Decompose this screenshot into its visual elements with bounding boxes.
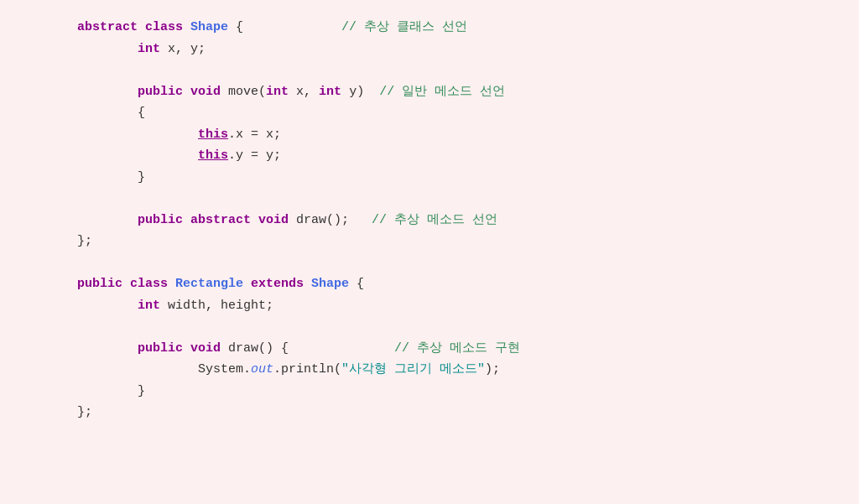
code-line bbox=[17, 316, 842, 338]
code-line: int x, y; bbox=[17, 39, 842, 60]
code-line: abstract class Shape { // 추상 클래스 선언 bbox=[17, 17, 842, 39]
code-line: System.out.println("사각형 그리기 메소드"); bbox=[17, 359, 842, 381]
code-line: this.x = x; bbox=[17, 124, 842, 146]
code-line bbox=[17, 252, 842, 274]
code-line: int width, height; bbox=[17, 295, 842, 317]
code-line: this.y = y; bbox=[17, 145, 842, 167]
code-line: public class Rectangle extends Shape { bbox=[17, 273, 842, 295]
code-line: public abstract void draw(); // 추상 메소드 선… bbox=[17, 210, 842, 231]
code-container: abstract class Shape { // 추상 클래스 선언 int … bbox=[17, 8, 842, 432]
code-line bbox=[17, 60, 842, 81]
code-line: }; bbox=[17, 231, 842, 252]
code-line: public void move(int x, int y) // 일반 메소드… bbox=[17, 81, 842, 103]
code-line: }; bbox=[17, 402, 842, 423]
code-line: public void draw() { // 추상 메소드 구현 bbox=[17, 338, 842, 360]
code-line: } bbox=[17, 381, 842, 403]
code-line bbox=[17, 188, 842, 210]
code-line: { bbox=[17, 102, 842, 124]
code-line: } bbox=[17, 167, 842, 189]
